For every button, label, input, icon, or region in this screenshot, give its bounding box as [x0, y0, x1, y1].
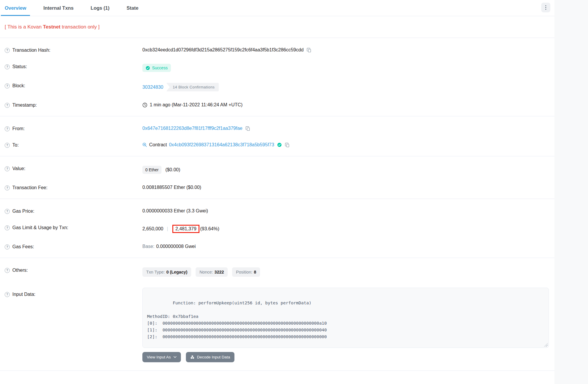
gas-used-value: 2,481,379	[175, 226, 196, 231]
row-gas-fees: Gas Fees: Base: 0.000000008 Gwei	[5, 244, 550, 249]
position-name: Position:	[236, 270, 252, 274]
row-from: From: 0x647e7168122263d8e7f81f17fff9c2f1…	[5, 126, 550, 131]
row-block: Block: 30324830 14 Block Confirmations	[5, 83, 550, 91]
gas-fees-base-value: 0.000000008 Gwei	[156, 244, 196, 249]
status-badge: Success	[142, 64, 171, 72]
section-hash-status-block-time: Transaction Hash: 0xcb324eedcd1d07296fdf…	[0, 38, 554, 116]
copy-icon[interactable]	[245, 126, 250, 131]
help-icon[interactable]	[5, 292, 10, 297]
section-value-fee: Value: 0 Ether ($0.00) Transaction Fee: …	[0, 156, 554, 199]
value-label: Value:	[5, 166, 142, 171]
chevron-down-icon	[174, 356, 176, 358]
transaction-hash-label: Transaction Hash:	[5, 47, 142, 53]
block-number-link[interactable]: 30324830	[142, 85, 163, 90]
resize-handle[interactable]	[544, 343, 548, 347]
label-text: Gas Price:	[12, 209, 34, 214]
value-ether-badge: 0 Ether	[142, 166, 161, 174]
notice-suffix: transaction only ]	[60, 24, 99, 30]
label-text: From:	[12, 126, 25, 131]
block-label: Block:	[5, 83, 142, 88]
status-label: Status:	[5, 64, 142, 69]
position-badge: Position: 8	[232, 267, 260, 277]
to-address-link[interactable]: 0x4cb093f226983713164a62138c3f718a5b595f…	[169, 142, 274, 147]
gas-used-annotation-box: 2,481,379	[172, 225, 199, 233]
row-timestamp: Timestamp: 1 min ago (Mar-11-2022 11:46:…	[5, 102, 550, 108]
gas-separator: |	[167, 226, 168, 232]
decode-icon	[190, 355, 194, 359]
copy-icon[interactable]	[285, 142, 290, 147]
clock-icon	[142, 103, 147, 108]
help-icon[interactable]	[5, 166, 10, 171]
section-from-to: From: 0x647e7168122263d8e7f81f17fff9c2f1…	[0, 116, 554, 156]
block-confirmations-badge: 14 Block Confirmations	[166, 83, 219, 91]
view-input-as-label: View Input As	[147, 355, 171, 359]
help-icon[interactable]	[5, 64, 10, 69]
kebab-dot-icon	[545, 9, 547, 10]
row-input-data: Input Data: Function: performUpkeep(uint…	[5, 288, 550, 362]
label-text: Transaction Hash:	[12, 48, 50, 53]
label-text: Others:	[12, 268, 28, 273]
verified-contract-icon	[277, 142, 282, 147]
gas-price-label: Gas Price:	[5, 208, 142, 214]
row-gas-limit-usage: Gas Limit & Usage by Txn: 2,650,000 | 2,…	[5, 225, 550, 233]
row-others: Others: Txn Type: 0 (Legacy) Nonce: 3222…	[5, 267, 550, 277]
gas-limit-label: Gas Limit & Usage by Txn:	[5, 225, 142, 230]
label-text: Status:	[12, 64, 27, 69]
help-icon[interactable]	[5, 244, 10, 249]
section-gas: Gas Price: 0.0000000033 Ether (3.3 Gwei)…	[0, 199, 554, 258]
help-icon[interactable]	[5, 268, 10, 273]
notice-prefix: [ This is a Kovan	[5, 24, 43, 30]
row-gas-price: Gas Price: 0.0000000033 Ether (3.3 Gwei)	[5, 208, 550, 214]
help-icon[interactable]	[5, 126, 10, 131]
transaction-hash-value: 0xcb324eedcd1d07296fdf3d215a2865275f159c…	[142, 47, 304, 53]
magnifier-plus-icon[interactable]	[142, 142, 147, 147]
copy-icon[interactable]	[307, 48, 312, 53]
transaction-overview-card: Overview Internal Txns Logs (1) State [ …	[0, 0, 554, 384]
tab-logs[interactable]: Logs (1)	[87, 0, 113, 16]
timestamp-label: Timestamp:	[5, 102, 142, 108]
section-others-input: Others: Txn Type: 0 (Legacy) Nonce: 3222…	[0, 258, 554, 371]
status-text: Success	[152, 66, 168, 70]
notice-bold: Testnet	[43, 24, 60, 30]
txn-type-name: Txn Type:	[146, 270, 165, 274]
others-label: Others:	[5, 267, 142, 273]
label-text: Gas Fees:	[12, 244, 34, 249]
row-transaction-hash: Transaction Hash: 0xcb324eedcd1d07296fdf…	[5, 47, 550, 53]
label-text: Input Data:	[12, 292, 35, 297]
label-text: Block:	[12, 83, 25, 88]
label-text: Timestamp:	[12, 103, 37, 108]
from-address-link[interactable]: 0x647e7168122263d8e7f81f17fff9c2f1aa379f…	[142, 126, 242, 131]
help-icon[interactable]	[5, 48, 10, 53]
gas-used-percent: (93.64%)	[200, 226, 219, 232]
position-value: 8	[254, 270, 256, 274]
nonce-badge: Nonce: 3222	[196, 267, 228, 277]
help-icon[interactable]	[5, 225, 10, 230]
decode-input-data-button[interactable]: Decode Input Data	[186, 352, 235, 362]
help-icon[interactable]	[5, 209, 10, 214]
transaction-fee-label: Transaction Fee:	[5, 185, 142, 190]
kebab-menu-button[interactable]	[541, 3, 550, 12]
help-icon[interactable]	[5, 143, 10, 148]
testnet-notice: [ This is a Kovan Testnet transaction on…	[0, 16, 554, 38]
nonce-value: 3222	[214, 270, 224, 274]
tab-internal-txns[interactable]: Internal Txns	[39, 0, 77, 16]
timestamp-value: 1 min ago (Mar-11-2022 11:46:24 AM +UTC)	[150, 102, 243, 108]
to-contract-text: Contract	[149, 142, 167, 147]
view-input-as-button[interactable]: View Input As	[142, 352, 181, 362]
kebab-dot-icon	[545, 5, 547, 6]
help-icon[interactable]	[5, 103, 10, 108]
decode-label: Decode Input Data	[197, 355, 230, 359]
gas-limit-value: 2,650,000	[142, 226, 163, 232]
label-text: Gas Limit & Usage by Txn:	[12, 225, 68, 230]
tab-overview[interactable]: Overview	[1, 0, 30, 16]
row-transaction-fee: Transaction Fee: 0.0081885507 Ether ($0.…	[5, 185, 550, 190]
txn-type-value: 0 (Legacy)	[166, 270, 187, 274]
row-to: To: Contract 0x4cb093f226983713164a62138…	[5, 142, 550, 148]
row-status: Status: Success	[5, 64, 550, 72]
input-data-textarea[interactable]: Function: performUpkeep(uint256 id, byte…	[142, 288, 549, 348]
from-label: From:	[5, 126, 142, 131]
help-icon[interactable]	[5, 83, 10, 88]
gas-fees-label: Gas Fees:	[5, 244, 142, 249]
tab-state[interactable]: State	[123, 0, 142, 16]
help-icon[interactable]	[5, 185, 10, 190]
